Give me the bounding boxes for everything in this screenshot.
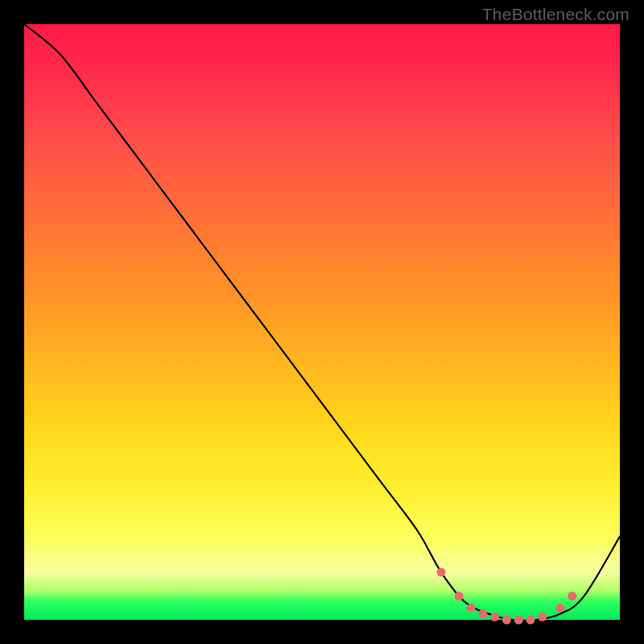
watermark-text: TheBottleneck.com xyxy=(482,5,630,24)
marker-dot xyxy=(490,613,499,621)
marker-dot xyxy=(467,604,476,613)
marker-dot xyxy=(502,616,511,625)
marker-dot xyxy=(478,609,487,618)
marker-dot xyxy=(538,613,547,621)
marker-dot xyxy=(526,616,535,625)
chart-frame: TheBottleneck.com xyxy=(0,0,644,644)
marker-dot xyxy=(514,616,523,625)
marker-dot xyxy=(556,604,565,613)
marker-dot xyxy=(437,568,446,576)
plot-area xyxy=(24,24,620,620)
bottleneck-curve-line xyxy=(24,24,620,621)
marker-dot xyxy=(455,592,464,601)
curve-svg xyxy=(24,24,620,620)
marker-dot xyxy=(568,592,576,601)
